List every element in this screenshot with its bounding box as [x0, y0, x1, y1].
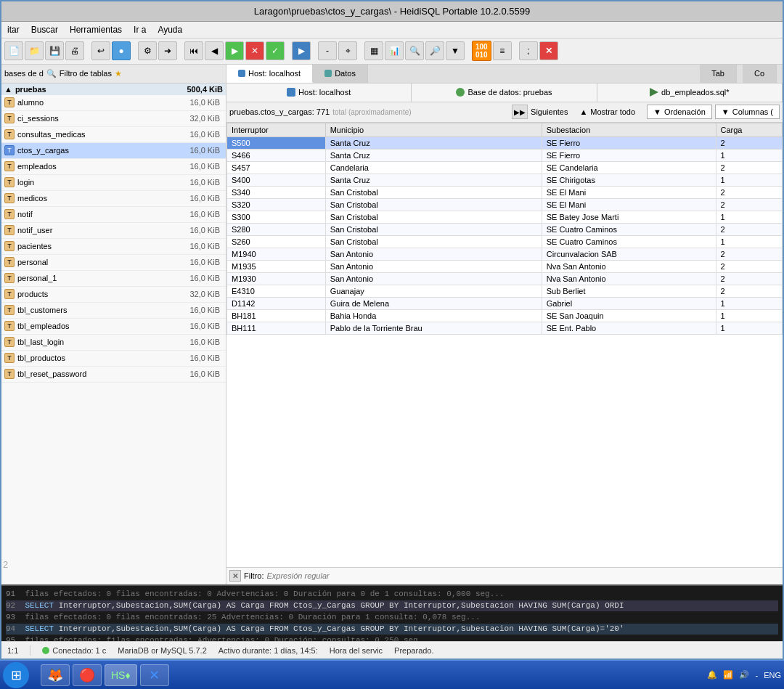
cell-carga: 1: [716, 174, 782, 186]
table-item-tbl-reset-password[interactable]: T tbl_reset_password 16,0 KiB: [1, 367, 226, 383]
table-item-tbl-last-login[interactable]: T tbl_last_login 16,0 KiB: [1, 335, 226, 351]
table-item-personal-1[interactable]: T personal_1 16,0 KiB: [1, 271, 226, 287]
siguientes-btn[interactable]: ▶▶: [512, 105, 528, 119]
table-row[interactable]: E4310GuanajaySub Berliet2: [227, 285, 783, 297]
check-btn[interactable]: ✓: [266, 41, 285, 60]
table-row[interactable]: BH111Pablo de la Torriente BrauSE Ent. P…: [227, 322, 783, 334]
table-row[interactable]: M1940San AntonioCircunvalacion SAB2: [227, 248, 783, 260]
col-carga[interactable]: Carga: [716, 123, 782, 136]
table-icon: T: [4, 321, 15, 331]
taskbar-app-blue[interactable]: ✕: [140, 664, 169, 686]
table-row[interactable]: S300San CristobalSE Batey Jose Marti1: [227, 211, 783, 223]
table-body: S500Santa CruzSE Fierro2S466Santa CruzSE…: [227, 136, 783, 334]
start-button[interactable]: ⊞: [3, 662, 29, 688]
menu-itar[interactable]: itar: [7, 25, 20, 35]
menu-buscar[interactable]: Buscar: [31, 25, 58, 35]
data-table-container[interactable]: Interruptor Municipio Subestacion Carga …: [226, 123, 783, 567]
cell-municipio: San Antonio: [325, 260, 542, 272]
table-item-consultas-medicas[interactable]: T consultas_medicas 16,0 KiB: [1, 127, 226, 143]
config-btn[interactable]: ⚙: [138, 41, 157, 60]
filter-input[interactable]: [267, 569, 780, 582]
sql-line-94: 94 SELECT Interruptor,Subestacion,SUM(Ca…: [6, 624, 778, 635]
table-row[interactable]: S280San CristobalSE Cuatro Caminos2: [227, 223, 783, 235]
table-size-notif-user: 16,0 KiB: [176, 226, 220, 235]
cell-municipio: Guanajay: [325, 285, 542, 297]
ordenacion-btn[interactable]: ▼ Ordenación: [647, 105, 712, 119]
table-row[interactable]: M1935San AntonioNva San Antonio2: [227, 260, 783, 272]
sql-editor[interactable]: 91 filas efectados: 0 filas encontradas:…: [1, 584, 783, 642]
table-icon: T: [4, 97, 15, 107]
tab-tab[interactable]: Tab: [700, 65, 737, 83]
table-item-medicos[interactable]: T medicos 16,0 KiB: [1, 191, 226, 207]
save-btn[interactable]: 💾: [45, 41, 64, 60]
table-item-notif[interactable]: T notif 16,0 KiB: [1, 207, 226, 223]
search-btn[interactable]: 🔍: [405, 41, 424, 60]
circle-btn[interactable]: ●: [112, 41, 131, 60]
run-btn[interactable]: ▶: [292, 41, 311, 60]
table-row[interactable]: M1930San AntonioNva San Antonio2: [227, 272, 783, 285]
chart-btn[interactable]: 📊: [385, 41, 404, 60]
table-row[interactable]: S500Santa CruzSE Fierro2: [227, 136, 783, 149]
next-btn[interactable]: ▶: [225, 41, 244, 60]
col-subestacion[interactable]: Subestacion: [542, 123, 716, 136]
grid-btn[interactable]: ▦: [364, 41, 383, 60]
undo-btn[interactable]: ↩: [91, 41, 110, 60]
tab-co[interactable]: Co: [743, 65, 777, 83]
table-item-tbl-productos[interactable]: T tbl_productos 16,0 KiB: [1, 351, 226, 367]
table-item-tbl-customers[interactable]: T tbl_customers 16,0 KiB: [1, 303, 226, 319]
col-municipio[interactable]: Municipio: [325, 123, 542, 136]
table-row[interactable]: S260San CristobalSE Cuatro Caminos1: [227, 235, 783, 248]
minus-btn[interactable]: -: [318, 41, 337, 60]
prev-btn[interactable]: ◀: [205, 41, 224, 60]
table-row[interactable]: S466Santa CruzSE Fierro1: [227, 149, 783, 161]
close-x-btn[interactable]: ✕: [539, 41, 558, 60]
print-btn[interactable]: 🖨: [65, 41, 84, 60]
table-item-ci-sessions[interactable]: T ci_sessions 32,0 KiB: [1, 111, 226, 127]
cell-interruptor: S300: [227, 211, 326, 223]
table-row[interactable]: S400Santa CruzSE Chirigotas1: [227, 174, 783, 186]
taskbar-app-firefox[interactable]: 🦊: [41, 664, 70, 686]
table-item-tbl-empleados[interactable]: T tbl_empleados 16,0 KiB: [1, 319, 226, 335]
cell-carga: 2: [716, 186, 782, 198]
stop-btn[interactable]: ✕: [245, 41, 264, 60]
table-row[interactable]: S340San CristobalSE El Mani2: [227, 186, 783, 198]
table-item-alumno[interactable]: T alumno 16,0 KiB: [1, 95, 226, 111]
table-row[interactable]: D1142Guira de MelenaGabriel1: [227, 297, 783, 309]
filter-btn[interactable]: ▼: [446, 41, 465, 60]
cursor-position: 1:1: [7, 646, 18, 655]
db-info-label: Base de datos: pruebas: [467, 88, 552, 97]
db-icon: [456, 88, 465, 97]
table-item-personal[interactable]: T personal 16,0 KiB: [1, 255, 226, 271]
tab-host-localhost[interactable]: Host: localhost: [226, 65, 313, 83]
table-row[interactable]: S320San CristobalSE El Mani2: [227, 198, 783, 211]
table-item-products[interactable]: T products 32,0 KiB: [1, 287, 226, 303]
semi-btn[interactable]: ;: [519, 41, 538, 60]
search2-btn[interactable]: 🔎: [425, 41, 444, 60]
filter-clear-btn[interactable]: ✕: [229, 570, 241, 582]
cursor-btn[interactable]: ⌖: [338, 41, 357, 60]
menu-ayuda[interactable]: Ayuda: [158, 25, 182, 35]
table-row[interactable]: S457CandelariaSE Candelaria2: [227, 161, 783, 174]
table-item-ctos-y-cargas[interactable]: T ctos_y_cargas 16,0 KiB: [1, 143, 226, 159]
eq-btn[interactable]: ≡: [493, 41, 512, 60]
taskbar-app-heidi[interactable]: HS♦: [105, 664, 137, 686]
open-btn[interactable]: 📁: [25, 41, 44, 60]
table-name-tbl-productos: tbl_productos: [17, 354, 176, 362]
menu-ira[interactable]: Ir a: [134, 25, 146, 35]
menu-herramientas[interactable]: Herramientas: [70, 25, 122, 35]
table-item-login[interactable]: T login 16,0 KiB: [1, 175, 226, 191]
new-btn[interactable]: 📄: [4, 41, 23, 60]
table-item-empleados[interactable]: T empleados 16,0 KiB: [1, 159, 226, 175]
table-item-notif-user[interactable]: T notif_user 16,0 KiB: [1, 223, 226, 239]
db-root-item[interactable]: ▲ pruebas 500,4 KiB: [1, 83, 226, 95]
table-row[interactable]: BH181Bahia HondaSE San Joaquin1: [227, 309, 783, 322]
table-record-count: pruebas.ctos_y_cargas: 771: [229, 107, 330, 116]
skip-start-btn[interactable]: ⏮: [184, 41, 203, 60]
tray-icon3: 🔊: [739, 670, 749, 680]
columnas-btn[interactable]: ▼ Columnas (: [715, 105, 780, 119]
table-item-pacientes[interactable]: T pacientes 16,0 KiB: [1, 239, 226, 255]
tab-datos[interactable]: Datos: [313, 65, 368, 83]
col-interruptor[interactable]: Interruptor: [227, 123, 326, 136]
arrow-btn[interactable]: ➜: [158, 41, 177, 60]
taskbar-app-red[interactable]: 🔴: [73, 664, 102, 686]
